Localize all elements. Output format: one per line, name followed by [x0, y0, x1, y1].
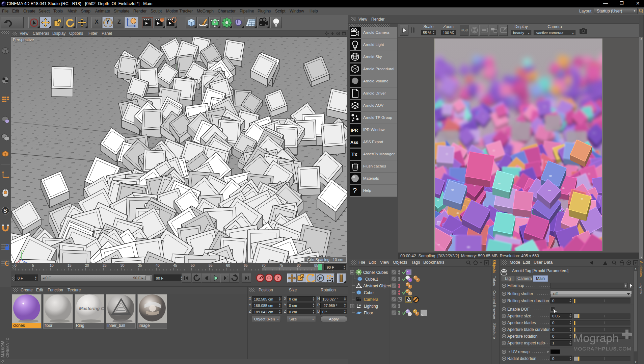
svg-text:P: P: [319, 276, 322, 281]
svg-text:80: 80: [297, 263, 301, 267]
svg-text:Rolling shutter: Rolling shutter: [507, 291, 533, 296]
svg-text:Camera: Camera: [364, 297, 378, 302]
svg-text:0: 0: [552, 357, 554, 361]
svg-text:o: o: [359, 304, 361, 307]
svg-text:Mastering C: Mastering C: [79, 306, 104, 311]
svg-text:65: 65: [244, 263, 248, 267]
svg-text:Aperture blade curvature: Aperture blade curvature: [507, 327, 552, 332]
svg-text:25: 25: [103, 263, 107, 267]
svg-text:0.05: 0.05: [552, 314, 560, 318]
svg-text:Aperture size: Aperture size: [507, 314, 531, 318]
svg-text:20: 20: [85, 263, 89, 267]
svg-text:Radial distortion: Radial distortion: [507, 356, 536, 361]
svg-text:Aperture blades: Aperture blades: [507, 320, 536, 325]
svg-text:Lighting: Lighting: [364, 304, 378, 309]
svg-text:Y: Y: [22, 250, 24, 253]
svg-text:Ass: Ass: [350, 140, 358, 145]
svg-text:55: 55: [209, 263, 213, 267]
svg-text:Aperture aspect ratio: Aperture aspect ratio: [507, 341, 545, 345]
svg-text:IPR: IPR: [351, 128, 358, 133]
svg-text:Rolling shutter duration: Rolling shutter duration: [507, 298, 549, 303]
svg-text:Camera: Camera: [517, 276, 532, 281]
svg-text:75: 75: [279, 263, 283, 267]
svg-text:Filtermap: Filtermap: [507, 283, 524, 288]
svg-text:45: 45: [173, 263, 177, 267]
svg-text:40: 40: [156, 263, 160, 267]
svg-text:35: 35: [138, 263, 142, 267]
svg-text:0: 0: [552, 299, 554, 303]
svg-text:1: 1: [552, 341, 554, 345]
svg-text:UV remap: UV remap: [511, 349, 530, 354]
svg-text:RGB: RGB: [461, 28, 468, 32]
svg-text:Main: Main: [536, 276, 545, 281]
svg-text:10: 10: [50, 263, 54, 267]
svg-text:Floor: Floor: [364, 311, 373, 315]
svg-text:MOGRAPHPLUS.COM: MOGRAPHPLUS.COM: [573, 346, 632, 352]
svg-text:0: 0: [552, 328, 554, 332]
svg-text:Abstract Object: Abstract Object: [363, 284, 391, 288]
svg-text:Aperture rotation: Aperture rotation: [507, 334, 537, 339]
svg-text:?: ?: [277, 276, 279, 281]
svg-text:Tx: Tx: [351, 151, 357, 157]
svg-text:Tag: Tag: [504, 276, 511, 281]
svg-text:Cloner Cubes: Cloner Cubes: [363, 270, 388, 275]
svg-text:0: 0: [15, 263, 17, 267]
svg-text:Arnold Tag [Arnold Parameters]: Arnold Tag [Arnold Parameters]: [512, 268, 568, 273]
svg-text:Mograph: Mograph: [573, 332, 619, 344]
svg-text:?: ?: [353, 186, 357, 195]
svg-text:30: 30: [120, 263, 125, 267]
svg-text:Cube.1: Cube.1: [365, 277, 378, 282]
svg-text:15: 15: [68, 263, 72, 267]
svg-text:50: 50: [191, 263, 195, 267]
svg-text:Enable DOF: Enable DOF: [507, 307, 530, 312]
svg-text:70: 70: [262, 263, 266, 267]
svg-text:off: off: [553, 291, 558, 296]
svg-text:0: 0: [552, 321, 554, 325]
svg-text:5: 5: [32, 263, 34, 267]
svg-text:S: S: [3, 208, 7, 214]
svg-text:60: 60: [226, 263, 230, 267]
svg-text:Cube: Cube: [364, 290, 374, 295]
svg-text:0: 0: [552, 334, 554, 338]
